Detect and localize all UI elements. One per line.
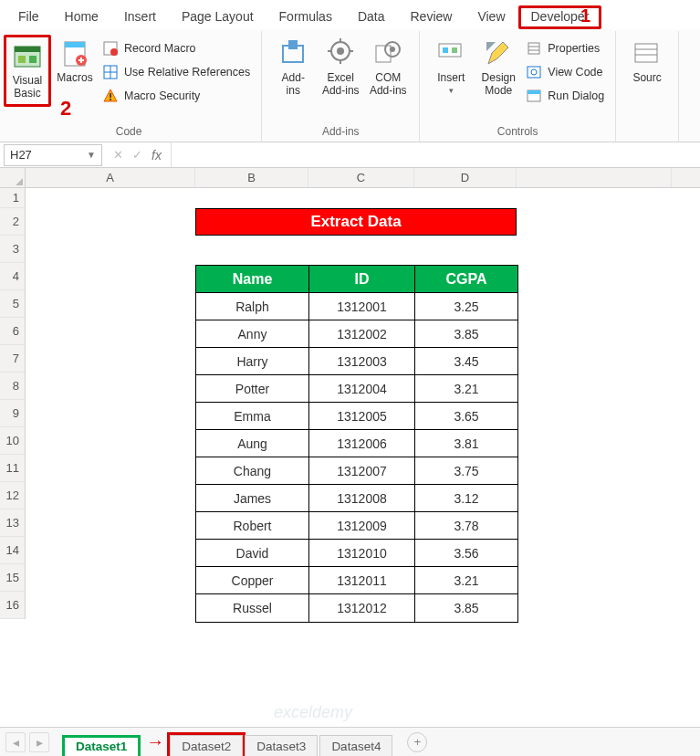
cell-name[interactable]: Emma <box>196 403 309 430</box>
col-header-c[interactable]: C <box>308 168 414 187</box>
design-mode-button[interactable]: Design Mode <box>475 35 522 101</box>
row-header[interactable]: 15 <box>0 564 25 592</box>
cell-name[interactable]: Aung <box>196 430 309 457</box>
tab-review[interactable]: Review <box>398 5 465 29</box>
cell-id[interactable]: 1312001 <box>309 293 415 320</box>
cell-name[interactable]: Copper <box>196 567 309 594</box>
tab-data[interactable]: Data <box>345 5 398 29</box>
cell-cgpa[interactable]: 3.56 <box>415 540 517 567</box>
record-macro-button[interactable]: Record Macro <box>99 38 254 58</box>
header-name[interactable]: Name <box>196 266 309 293</box>
confirm-formula-icon[interactable]: ✓ <box>132 148 142 162</box>
sheet-nav-prev[interactable]: ◂ <box>5 732 26 752</box>
properties-button[interactable]: Properties <box>522 38 608 58</box>
cell-cgpa[interactable]: 3.78 <box>415 512 517 540</box>
col-header-b[interactable]: B <box>195 168 308 187</box>
cell-cgpa[interactable]: 3.81 <box>415 430 517 457</box>
row-header[interactable]: 6 <box>0 318 25 345</box>
row-header[interactable]: 9 <box>0 400 25 427</box>
sheet-tab-dataset2[interactable]: Dataset2 <box>170 735 243 757</box>
tab-file[interactable]: File <box>5 5 52 29</box>
insert-control-button[interactable]: Insert ▾ <box>427 35 475 100</box>
addins-button[interactable]: Add- ins <box>269 35 317 101</box>
formula-input[interactable] <box>171 142 700 167</box>
row-header[interactable]: 11 <box>0 455 25 482</box>
row-header[interactable]: 8 <box>0 373 25 400</box>
row-header[interactable]: 16 <box>0 592 25 619</box>
cell-id[interactable]: 1312008 <box>309 485 415 512</box>
cell-id[interactable]: 1312009 <box>309 512 415 540</box>
cell-name[interactable]: Robert <box>196 512 309 540</box>
cell-name[interactable]: Potter <box>196 375 309 403</box>
svg-point-20 <box>337 47 344 55</box>
cell-cgpa[interactable]: 3.12 <box>415 485 517 512</box>
cell-name[interactable]: James <box>196 485 309 512</box>
excel-addins-button[interactable]: Excel Add-ins <box>317 35 364 101</box>
row-header[interactable]: 7 <box>0 345 25 373</box>
header-cgpa[interactable]: CGPA <box>415 266 517 293</box>
use-relative-refs-button[interactable]: Use Relative References <box>99 62 254 82</box>
cell-id[interactable]: 1312002 <box>309 320 415 348</box>
tab-page-layout[interactable]: Page Layout <box>169 5 266 29</box>
fx-icon[interactable]: fx <box>151 148 162 163</box>
macro-security-button[interactable]: Macro Security <box>99 86 254 106</box>
cell-cgpa[interactable]: 3.65 <box>415 403 517 430</box>
row-header[interactable]: 12 <box>0 482 25 509</box>
cell-name[interactable]: David <box>196 540 309 567</box>
sheet-tab-dataset4[interactable]: Dataset4 <box>319 735 392 757</box>
cell-cgpa[interactable]: 3.45 <box>415 348 517 375</box>
cell-name[interactable]: Russel <box>196 594 309 622</box>
row-header[interactable]: 1 <box>0 188 25 208</box>
cell-id[interactable]: 1312006 <box>309 430 415 457</box>
tab-home[interactable]: Home <box>52 5 111 29</box>
cell-id[interactable]: 1312010 <box>309 540 415 567</box>
sheet-tab-dataset3[interactable]: Dataset3 <box>245 735 318 757</box>
cell-cgpa[interactable]: 3.85 <box>415 594 517 622</box>
sheet-nav-next[interactable]: ▸ <box>29 732 49 752</box>
cell-name[interactable]: Anny <box>196 320 309 348</box>
cell-id[interactable]: 1312012 <box>309 594 415 622</box>
cell-id[interactable]: 1312005 <box>309 403 415 430</box>
row-header[interactable]: 5 <box>0 290 25 318</box>
header-id[interactable]: ID <box>309 266 415 293</box>
cell-cgpa[interactable]: 3.75 <box>415 457 517 485</box>
cell-cgpa[interactable]: 3.21 <box>415 375 517 403</box>
cell-id[interactable]: 1312004 <box>309 375 415 403</box>
row-header[interactable]: 2 <box>0 208 25 236</box>
cell-id[interactable]: 1312007 <box>309 457 415 485</box>
macros-button[interactable]: Macros <box>51 35 99 88</box>
row-header[interactable]: 13 <box>0 509 25 537</box>
col-header-a[interactable]: A <box>26 168 195 187</box>
add-sheet-button[interactable]: + <box>407 732 427 752</box>
view-code-button[interactable]: View Code <box>522 62 608 82</box>
cell-cgpa[interactable]: 3.85 <box>415 320 517 348</box>
row-header[interactable]: 4 <box>0 263 25 290</box>
row-header[interactable]: 3 <box>0 236 25 263</box>
cell-name[interactable]: Ralph <box>196 293 309 320</box>
select-all-triangle[interactable] <box>0 168 26 187</box>
cancel-formula-icon[interactable]: ✕ <box>113 148 123 162</box>
cell-id[interactable]: 1312003 <box>309 348 415 375</box>
cell-cgpa[interactable]: 3.21 <box>415 567 517 594</box>
chevron-down-icon[interactable]: ▼ <box>87 150 96 160</box>
visual-basic-button[interactable]: Visual Basic <box>4 35 51 107</box>
sheet-tab-dataset1[interactable]: Dataset1 <box>62 735 141 757</box>
row-header[interactable]: 14 <box>0 537 25 564</box>
cells[interactable]: Extract Data Name ID CGPA Ralph 1312001 … <box>26 188 700 619</box>
cell-name[interactable]: Harry <box>196 348 309 375</box>
cell-cgpa[interactable]: 3.25 <box>415 293 517 320</box>
tab-view[interactable]: View <box>465 5 517 29</box>
row-header[interactable]: 10 <box>0 427 25 455</box>
run-dialog-button[interactable]: Run Dialog <box>522 86 608 106</box>
cell-id[interactable]: 1312011 <box>309 567 415 594</box>
cell-name[interactable]: Chang <box>196 457 309 485</box>
group-addins-label: Add-ins <box>269 125 412 140</box>
tab-insert[interactable]: Insert <box>111 5 169 29</box>
name-box[interactable]: H27 ▼ <box>4 144 102 166</box>
tab-formulas[interactable]: Formulas <box>266 5 345 29</box>
col-header-d[interactable]: D <box>414 168 517 187</box>
source-button[interactable]: Sourc <box>623 35 671 88</box>
col-header-e[interactable] <box>517 168 672 187</box>
com-addins-button[interactable]: COM Add-ins <box>364 35 412 101</box>
title-cell[interactable]: Extract Data <box>195 208 517 236</box>
